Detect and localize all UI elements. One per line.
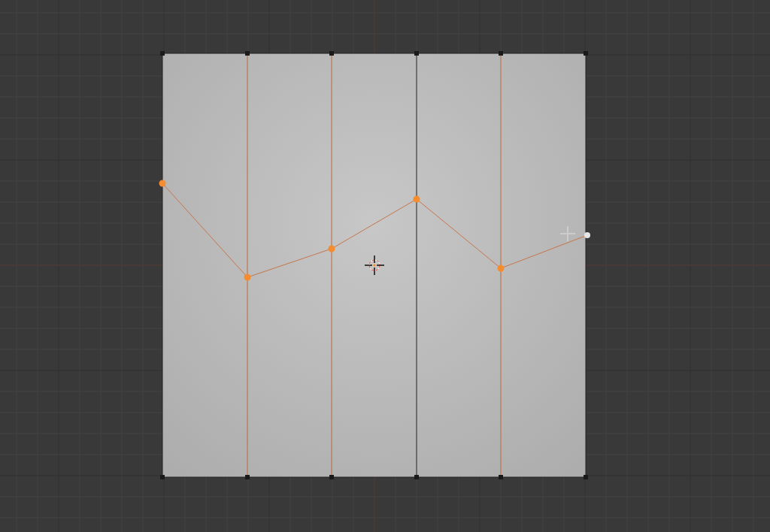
mesh-vertex-selected[interactable] <box>414 196 420 203</box>
mesh-vertex[interactable] <box>245 51 250 56</box>
mesh-vertex-active[interactable] <box>584 232 590 238</box>
mesh-vertex[interactable] <box>414 475 419 479</box>
viewport-3d[interactable] <box>0 0 770 532</box>
mesh-vertex[interactable] <box>329 475 334 479</box>
mesh-vertex[interactable] <box>160 51 165 56</box>
mesh-vertex[interactable] <box>414 51 419 56</box>
mesh-vertex[interactable] <box>584 51 588 56</box>
mesh-vertex[interactable] <box>499 475 503 479</box>
mesh-vertex-selected[interactable] <box>159 180 166 187</box>
svg-point-69 <box>373 264 376 267</box>
mesh-vertex[interactable] <box>160 475 165 479</box>
mesh-vertex[interactable] <box>329 51 334 56</box>
viewport-svg <box>0 0 770 532</box>
mesh-vertex[interactable] <box>584 475 588 479</box>
mesh-vertex-selected[interactable] <box>244 274 251 281</box>
mesh-vertex-selected[interactable] <box>329 246 335 252</box>
mesh-vertex[interactable] <box>245 475 250 479</box>
mesh-vertex[interactable] <box>499 51 503 56</box>
mesh-vertex-selected[interactable] <box>498 265 505 272</box>
